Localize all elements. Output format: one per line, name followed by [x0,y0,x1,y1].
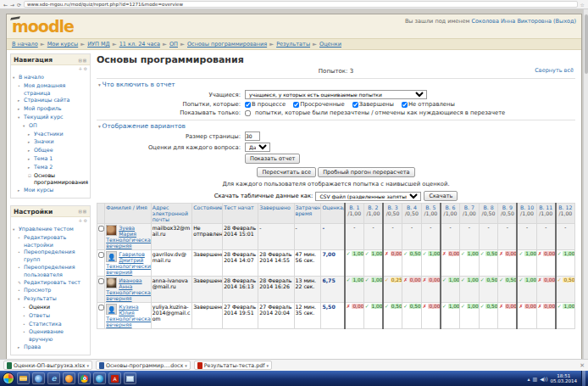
settings-item-label[interactable]: Результаты [24,295,57,303]
tree-toggle-icon[interactable]: ▾ [23,123,27,131]
navigation-item[interactable]: ▸Мой профиль [13,105,88,114]
breadcrumb-link[interactable]: В начало [12,41,38,48]
row-select-checkbox[interactable] [98,278,104,284]
settings-item-label[interactable]: Переопределения групп [24,249,88,264]
explorer-icon[interactable] [17,372,30,384]
navigation-item-label[interactable]: Мои курсы [24,187,53,194]
settings-item[interactable]: •Статистика [13,321,88,329]
attempt-state-option[interactable]: Завершены [352,101,394,108]
column-header[interactable]: Состояние [192,204,223,224]
user-profile-link[interactable]: Соколова Инна Викторовна [472,18,552,25]
breadcrumb-link[interactable]: Оценки [319,41,341,48]
breadcrumb-link[interactable]: Результаты [276,41,310,48]
download-filename[interactable]: Результаты-теста.pdf [204,362,265,368]
chrome-icon[interactable] [78,372,91,384]
navigation-item[interactable]: ▸Страницы сайта [13,97,88,105]
settings-item-label[interactable]: Просмотр [24,287,51,294]
settings-item-label[interactable]: Оценки [29,304,50,311]
navigation-item[interactable]: ▸Тема 1 [13,155,88,164]
settings-item-label[interactable]: Редактировать настройки [24,234,88,249]
question-column-header[interactable]: В. 10/1,00 [517,204,536,224]
collapse-all-link[interactable]: Свернуть всё [535,67,574,74]
tree-toggle-icon[interactable]: • [18,288,22,295]
tree-toggle-icon[interactable]: ▸ [18,344,22,352]
download-menu-caret-icon[interactable]: ▾ [87,363,90,368]
navigation-item[interactable]: ▸Мои курсы [13,187,88,195]
settings-item[interactable]: •Переопределения пользователя [13,264,88,279]
media-player-icon[interactable] [32,372,45,384]
question-column-header[interactable]: В. 5/1,00 [421,204,441,224]
settings-item-label[interactable]: Управление тестом [19,226,74,233]
question-column-header[interactable]: В. 7/1,00 [460,204,480,224]
download-menu-caret-icon[interactable]: ▾ [185,363,187,368]
block-dock-icons[interactable]: ⊟⊞ [79,58,87,63]
column-header[interactable]: Оценка/10,00 [321,204,345,224]
navigation-item[interactable]: ▸Тема 2 [13,164,88,172]
adobe-reader-icon[interactable]: A [108,372,121,384]
settings-item[interactable]: ▸Права [13,344,88,352]
column-header[interactable]: Фамилия / Имя [105,204,152,224]
column-header[interactable]: Завершено [258,204,294,224]
vertical-scrollbar[interactable] [583,9,588,359]
download-filename[interactable]: Оценки-ОП-выгрузка.xlsx [14,362,86,368]
tree-toggle-icon[interactable]: • [23,329,27,337]
logout-link[interactable]: (Выход) [553,18,576,25]
settings-item-label[interactable]: Оценивание вручную [29,328,88,344]
photo-viewer-icon[interactable] [124,372,136,384]
tree-toggle-icon[interactable]: ✎ [18,280,22,288]
downloads-bar-close-icon[interactable]: ✕ [580,362,585,369]
navigation-item[interactable]: ▸Значки [13,138,88,147]
tree-toggle-icon[interactable]: ▸ [18,187,22,195]
navigation-item-label[interactable]: Моя домашняя страница [24,82,88,98]
settings-item-label[interactable]: Ответы [29,312,50,320]
moodle-logo[interactable]: moodle [12,16,74,36]
question-column-header[interactable]: В. 1/1,00 [345,204,364,224]
tree-toggle-icon[interactable]: • [18,83,22,91]
download-item[interactable]: Оценки-ОП-выгрузка.xlsx▾ [3,361,92,370]
breadcrumb-link[interactable]: ИУП МД [87,41,109,48]
start-button[interactable] [3,372,14,384]
column-header[interactable]: Затраченное время [294,204,321,224]
navigation-item-label[interactable]: Страницы сайта [24,97,69,104]
settings-item-label[interactable]: Переопределения пользователя [24,264,88,279]
download-button[interactable]: Скачать [424,191,458,201]
question-column-header[interactable]: В. 6/1,00 [441,204,460,224]
settings-item[interactable]: •Редактировать настройки [13,234,88,249]
question-column-header[interactable]: В. 4/0,50 [402,204,422,224]
attempt-state-option[interactable]: В процессе [245,101,286,108]
block-move-icons[interactable]: ✛ ⚙ [11,217,90,224]
marks-select[interactable]: Да [245,143,270,152]
column-header[interactable] [97,204,105,224]
include-section-legend[interactable]: Что включить в отчет [98,81,575,88]
tree-toggle-icon[interactable]: ▾ [13,75,17,82]
internet-explorer-icon[interactable]: e [47,372,60,384]
block-move-icons[interactable]: ✛ ⚙ [11,65,90,72]
display-section-legend[interactable]: Отображение вариантов [98,122,575,130]
navigation-item[interactable]: ▾Текущий курс [13,114,88,122]
taskbar-clock[interactable]: 18:51 05.03.2014 [551,373,580,383]
question-column-header[interactable]: В. 8/0,50 [479,204,498,224]
download-format-select[interactable]: CSV файл (разделенные запятыми значения) [315,192,421,201]
show-desktop-button[interactable] [581,371,585,386]
attempt-state-option[interactable]: Просроченные [293,101,344,108]
volume-icon[interactable]: ◀)) [540,376,547,382]
tree-toggle-icon[interactable]: • [18,235,22,243]
settings-item[interactable]: ✎Редактировать тест [13,279,88,288]
showonly-checkbox[interactable] [245,110,251,116]
tree-toggle-icon[interactable]: • [18,265,22,272]
tree-toggle-icon[interactable]: • [18,249,22,257]
attempt-state-option[interactable]: Не отправлены [402,101,455,108]
breadcrumb-link[interactable]: Основы программирования [187,41,267,48]
settings-item[interactable]: •Просмотр [13,287,88,295]
tree-toggle-icon[interactable]: ▸ [18,106,22,114]
settings-item[interactable]: •Оценки [13,304,88,312]
settings-item[interactable]: •Ответы [13,312,88,321]
question-column-header[interactable]: В. 11/1,00 [536,204,556,224]
row-select-checkbox[interactable] [98,252,104,258]
settings-item-label[interactable]: Редактировать тест [24,279,80,287]
download-menu-caret-icon[interactable]: ▾ [266,363,269,368]
tree-toggle-icon[interactable]: ▸ [18,98,22,105]
download-filename[interactable]: Основы-программир....docx [106,362,183,368]
tree-toggle-icon[interactable]: ☑ [28,173,32,181]
download-item[interactable]: Результаты-теста.pdf▾ [194,361,272,370]
